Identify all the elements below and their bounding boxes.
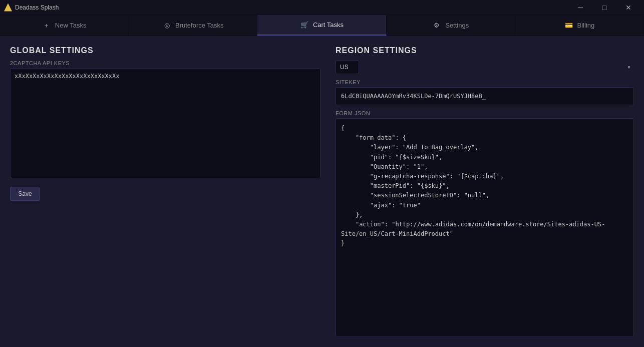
navbar: ＋ New Tasks ◎ Bruteforce Tasks 🛒 Cart Ta… [0, 15, 644, 36]
wallet-icon: 💳 [564, 21, 573, 30]
form-json-container [336, 118, 634, 337]
tab-settings[interactable]: ⚙ Settings [387, 15, 515, 36]
tab-billing-label: Billing [577, 22, 595, 29]
save-button[interactable]: Save [10, 187, 40, 201]
gear-icon: ⚙ [432, 21, 441, 30]
left-panel: GLOBAL SETTINGS 2CAPTCHA API KEYS Save [10, 46, 320, 337]
tab-new-tasks-label: New Tasks [55, 22, 87, 29]
tab-new-tasks[interactable]: ＋ New Tasks [0, 15, 129, 36]
region-dropdown-wrapper: US EU UK JP [336, 60, 634, 74]
main-content: GLOBAL SETTINGS 2CAPTCHA API KEYS Save R… [0, 36, 644, 347]
app-logo-icon [4, 4, 12, 12]
api-keys-label: 2CAPTCHA API KEYS [10, 60, 320, 66]
form-json-label: FORM JSON [336, 110, 634, 116]
sitekey-section: SITEKEY [336, 79, 634, 105]
form-json-section: FORM JSON [336, 110, 634, 337]
form-json-textarea[interactable] [336, 119, 633, 336]
cart-icon: 🛒 [300, 21, 309, 30]
region-select[interactable]: US EU UK JP [336, 60, 359, 74]
titlebar-controls: ─ □ ✕ [569, 0, 640, 15]
tab-bruteforce-tasks-label: Bruteforce Tasks [175, 22, 224, 29]
minimize-button[interactable]: ─ [569, 0, 592, 15]
close-button[interactable]: ✕ [617, 0, 640, 15]
global-settings-title: GLOBAL SETTINGS [10, 46, 320, 55]
tab-cart-tasks-label: Cart Tasks [313, 21, 344, 29]
titlebar-app-info: Deadass Splash [4, 4, 59, 12]
api-keys-section: 2CAPTCHA API KEYS [10, 60, 320, 180]
plus-icon: ＋ [42, 21, 51, 30]
tab-cart-tasks[interactable]: 🛒 Cart Tasks [257, 15, 386, 36]
right-panel: REGION SETTINGS US EU UK JP SITEKEY FORM… [336, 46, 634, 337]
api-keys-textarea[interactable] [10, 68, 320, 178]
tab-settings-label: Settings [445, 22, 469, 29]
region-settings-title: REGION SETTINGS [336, 46, 634, 55]
sitekey-label: SITEKEY [336, 79, 634, 85]
tab-billing[interactable]: 💳 Billing [515, 15, 644, 36]
target-icon: ◎ [162, 21, 171, 30]
app-title: Deadass Splash [15, 4, 59, 11]
titlebar: Deadass Splash ─ □ ✕ [0, 0, 644, 15]
tab-bruteforce-tasks[interactable]: ◎ Bruteforce Tasks [129, 15, 257, 36]
maximize-button[interactable]: □ [593, 0, 616, 15]
sitekey-input[interactable] [336, 87, 634, 105]
